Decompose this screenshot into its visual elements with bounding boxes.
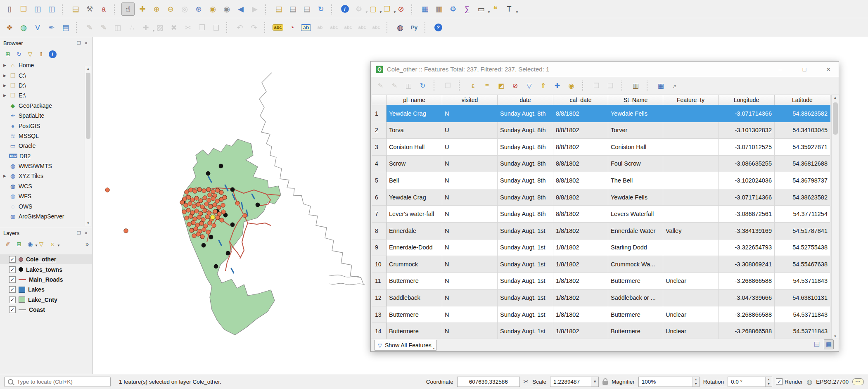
table-cell[interactable]: Foul Scrow	[608, 156, 663, 173]
multiedit-button[interactable]: ✎	[389, 81, 400, 92]
column-header-st_name[interactable]: St_Name	[608, 95, 663, 105]
magnifier-spinbox[interactable]: 100% ▲▼	[638, 377, 700, 387]
table-cell[interactable]: 8/8/1802	[553, 189, 608, 206]
table-cell[interactable]: 1/8/1802	[553, 289, 608, 306]
table-row[interactable]: 3Coniston HallUSunday Augt. 8th8/8/1802C…	[372, 139, 830, 156]
table-cell[interactable]: -3.101302832	[719, 122, 775, 139]
table-cell[interactable]: 54.53711843	[775, 273, 830, 290]
table-cell[interactable]: Coniston Hall	[608, 139, 663, 156]
add-point-feature-button[interactable]: ∴	[126, 21, 138, 34]
table-cell[interactable]: Ennerdale-Dodd	[387, 240, 442, 256]
expander-icon[interactable]: ▶	[2, 83, 7, 88]
table-cell[interactable]: 8/8/1802	[553, 156, 608, 173]
row-number-cell[interactable]: 12	[372, 289, 387, 306]
table-cell[interactable]: -3.086872561	[719, 206, 775, 223]
table-cell[interactable]: -3.071714366	[719, 105, 775, 122]
table-cell[interactable]	[663, 189, 719, 206]
new-bookmark-button[interactable]: ▤	[273, 3, 285, 15]
table-cell[interactable]: Starling Dodd	[608, 240, 663, 256]
table-cell[interactable]: 8/8/1802	[553, 139, 608, 156]
table-cell[interactable]: 54.51787841	[775, 223, 830, 240]
toggle-editing-button[interactable]: ✎	[97, 21, 110, 34]
table-cell[interactable]: Crummock Wa...	[608, 256, 663, 273]
dialog-minimize-icon[interactable]: –	[776, 65, 785, 74]
filter-select-button[interactable]: ▽	[524, 81, 535, 92]
save-project-button[interactable]: ◫	[31, 3, 44, 15]
add-feature-button[interactable]: ❐	[442, 81, 453, 92]
select-features-button[interactable]: ▢▼	[367, 3, 379, 15]
table-cell[interactable]: Sunday Augt. 8th	[498, 139, 553, 156]
refresh-map-button[interactable]: ↻	[315, 3, 327, 15]
row-number-cell[interactable]: 2	[372, 122, 387, 139]
table-row[interactable]: 5BellNSunday Augt. 8th8/8/1802The Bell-3…	[372, 172, 830, 189]
table-cell[interactable]: Lever's water-fall	[387, 206, 442, 223]
add-raster-layer-button[interactable]: V	[31, 21, 44, 34]
lock-icon[interactable]	[602, 381, 608, 385]
table-cell[interactable]: 54.37711254	[775, 206, 830, 223]
column-header-longitude[interactable]: Longitude	[719, 95, 775, 105]
browser-item-wcs[interactable]: ◍WCS	[0, 181, 92, 191]
select-by-expression-button[interactable]: ε	[467, 81, 479, 92]
scroll-down-icon[interactable]: ▼	[85, 221, 91, 226]
current-edits-button[interactable]: ✎	[83, 21, 96, 34]
pan-map-button[interactable]: ☝	[121, 2, 135, 16]
rotation-spinbox[interactable]: 0.0 ° ▲▼	[728, 377, 772, 387]
table-row[interactable]: 6Yewdale CragNSunday Augt. 8th8/8/1802Ye…	[372, 189, 830, 206]
zoom-to-selection-button[interactable]: ◉	[206, 3, 219, 15]
paste-rows-button[interactable]: ❏	[605, 81, 616, 92]
table-cell[interactable]: Bell	[387, 172, 442, 189]
row-number-cell[interactable]: 9	[372, 240, 387, 256]
table-cell[interactable]: Sunday Augt. 1st	[498, 323, 553, 340]
table-cell[interactable]: N	[442, 289, 498, 306]
scroll-up-icon[interactable]: ▲	[85, 66, 91, 72]
browser-item-mssql[interactable]: ≋MSSQL	[0, 131, 92, 141]
pin-labels-button[interactable]: ab	[314, 21, 326, 34]
table-cell[interactable]: 54.35927871	[775, 139, 830, 156]
table-cell[interactable]: N	[442, 273, 498, 290]
layer-item-lake-cnty[interactable]: ✓Lake_Cnty	[0, 295, 92, 305]
open-project-button[interactable]: ❒	[17, 3, 30, 15]
table-cell[interactable]: Ennerdale Water	[608, 223, 663, 240]
table-cell[interactable]: N	[442, 306, 498, 323]
browser-item-c[interactable]: ▶❒C:\	[0, 70, 92, 80]
filter-legend-button[interactable]: ▽	[37, 240, 46, 249]
table-cell[interactable]: Buttermere	[387, 306, 442, 323]
layers-close-icon[interactable]: ✕	[83, 230, 90, 236]
table-cell[interactable]: Sunday Augt. 8th	[498, 122, 553, 139]
row-number-cell[interactable]: 7	[372, 206, 387, 223]
row-number-cell[interactable]: 11	[372, 273, 387, 290]
measure-line-button[interactable]: ▭▼	[475, 3, 487, 15]
layer-item-main-roads[interactable]: ✓Main_Roads	[0, 275, 92, 285]
layout-manager-button[interactable]: ▤	[301, 3, 313, 15]
add-selected-layers-button[interactable]: ⊞	[3, 50, 12, 59]
paste-features-button[interactable]: ❏	[210, 21, 222, 34]
layers-undock-icon[interactable]: ❐	[75, 230, 83, 236]
table-cell[interactable]: N	[442, 172, 498, 189]
show-bookmarks-button[interactable]: ▤	[287, 3, 299, 15]
save-layer-edits-button[interactable]: ◫	[111, 21, 124, 34]
deselect-all-button[interactable]: ⊘	[395, 3, 407, 15]
table-cell[interactable]: -3.268866588	[719, 323, 775, 340]
table-row[interactable]: 13ButtermereNSunday Augt. 1st1/8/1802But…	[372, 306, 830, 323]
table-cell[interactable]: 1/8/1802	[553, 306, 608, 323]
table-cell[interactable]	[663, 206, 719, 223]
layer-item-lakes[interactable]: ✓Lakes	[0, 285, 92, 294]
table-row[interactable]: 11ButtermereNSunday Augt. 1st1/8/1802But…	[372, 273, 830, 290]
messages-icon[interactable]: •••	[852, 378, 864, 385]
expander-icon[interactable]: ▶	[2, 93, 7, 97]
filter-browser-button[interactable]: ▽	[26, 50, 35, 59]
table-cell[interactable]: Sunday Augt. 8th	[498, 206, 553, 223]
table-cell[interactable]: 54.38623582	[775, 189, 830, 206]
toggle-editing-button[interactable]: ✎	[375, 81, 386, 92]
table-cell[interactable]: Sunday Augt. 1st	[498, 223, 553, 240]
delete-selected-button[interactable]: ✖	[168, 21, 180, 34]
identify-features-button[interactable]: i	[339, 3, 351, 15]
column-header-date[interactable]: date	[498, 95, 553, 105]
table-cell[interactable]: -3.086635255	[719, 156, 775, 173]
row-number-cell[interactable]: 14	[372, 323, 387, 340]
magnifier-down-icon[interactable]: ▼	[693, 382, 699, 387]
table-cell[interactable]: -3.071012525	[719, 139, 775, 156]
table-cell[interactable]: Yewdale Fells	[608, 105, 663, 122]
table-cell[interactable]: Torva	[387, 122, 442, 139]
scrollbar-thumb[interactable]	[86, 73, 90, 139]
